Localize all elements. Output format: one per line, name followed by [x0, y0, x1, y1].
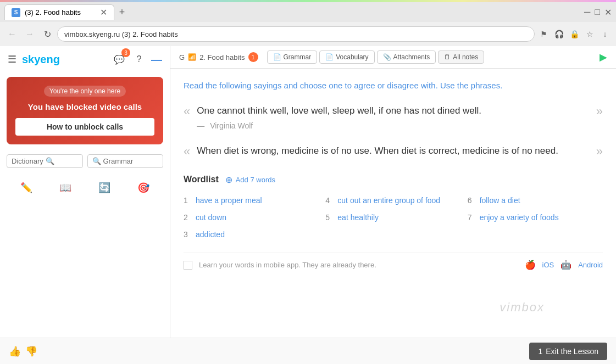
exit-lesson-label: Exit the Lesson	[546, 347, 598, 356]
restore-window-icon[interactable]: □	[595, 7, 600, 17]
word-text[interactable]: follow a diet	[480, 194, 520, 208]
all-notes-tab-label: All notes	[453, 53, 478, 61]
main-content: G 📶 2. Food habits 1 📄 Grammar 📄 Vocabul…	[170, 46, 616, 364]
skyeng-logo: skyeng	[22, 53, 60, 66]
quote-block-2: « When diet is wrong, medicine is of no …	[184, 143, 603, 161]
browser-tab[interactable]: S (3) 2. Food habits ✕	[4, 4, 114, 20]
thumbs-down-button[interactable]: 👎	[25, 345, 37, 357]
grammar-label: Grammar	[103, 157, 134, 165]
mobile-banner-text: Learn your words in mobile app. They are…	[199, 261, 376, 269]
all-notes-tab-icon: 🗒	[444, 53, 451, 61]
grammar-search-icon: 🔍	[92, 157, 101, 165]
tab-close-button[interactable]: ✕	[100, 8, 107, 17]
word-text[interactable]: cut down	[196, 211, 226, 225]
quote-text-2: When diet is wrong, medicine is of no us…	[197, 143, 590, 158]
quote-prev-button-2[interactable]: «	[184, 143, 190, 159]
chat-badge: 3	[121, 48, 130, 57]
tab-title: (3) 2. Food habits	[25, 8, 96, 16]
headphone-icon[interactable]: 🎧	[552, 27, 565, 41]
target-tool-icon[interactable]: 🎯	[134, 178, 153, 198]
sidebar-header-icons: 💬 3 ? —	[112, 52, 162, 67]
thumbs-up-button[interactable]: 👍	[9, 345, 21, 357]
add-words-button[interactable]: ⊕ Add 7 words	[225, 175, 275, 185]
lesson-badge: 1	[248, 52, 258, 62]
quote-prev-button-1[interactable]: «	[184, 103, 190, 119]
wordlist-grid: 1 have a proper meal 4 cut out an entire…	[184, 194, 603, 242]
browser-title-bar: S (3) 2. Food habits ✕ + ─ □ ✕	[0, 2, 616, 22]
forward-button[interactable]: →	[22, 26, 37, 42]
sidebar: ☰ skyeng 💬 3 ? — You're the only one her…	[0, 46, 170, 364]
breadcrumb-g: G	[179, 53, 185, 61]
wordlist-header: Wordlist ⊕ Add 7 words	[184, 175, 603, 185]
search-bars: Dictionary 🔍 🔍 Grammar	[0, 149, 170, 173]
grammar-tab-icon: 📄	[273, 53, 281, 61]
reload-button[interactable]: ↻	[40, 26, 55, 42]
address-bar[interactable]: vimbox.skyeng.ru (3) 2. Food habits	[57, 26, 535, 42]
vocabulary-tab-icon: 📄	[325, 53, 334, 61]
hamburger-icon[interactable]: ☰	[8, 53, 16, 65]
tab-attachments[interactable]: 📎 Attachments	[377, 51, 436, 64]
list-item: 7 enjoy a variety of foods	[468, 211, 603, 225]
dictionary-label: Dictionary	[12, 157, 43, 165]
bottom-bar: 👍 👎 1 Exit the Lesson	[0, 338, 616, 364]
browser-actions: ⚑ 🎧 🔒 ☆ ↓	[537, 27, 612, 41]
quote-next-button-2[interactable]: »	[596, 143, 603, 159]
word-num: 5	[325, 211, 334, 225]
android-link[interactable]: Android	[578, 261, 603, 269]
lesson-name: 2. Food habits	[199, 53, 245, 61]
word-text[interactable]: eat healthily	[337, 211, 379, 225]
mobile-banner-checkbox[interactable]	[184, 261, 192, 270]
star-icon[interactable]: ☆	[583, 27, 596, 41]
tab-favicon: S	[12, 8, 20, 17]
quote-content-2: When diet is wrong, medicine is of no us…	[197, 143, 590, 161]
refresh-tool-icon[interactable]: 🔄	[95, 178, 114, 198]
attachments-tab-label: Attachments	[393, 53, 430, 61]
tab-all-notes[interactable]: 🗒 All notes	[438, 51, 484, 64]
unblock-calls-button[interactable]: How to unblock calls	[15, 118, 154, 136]
word-num: 3	[184, 228, 192, 242]
word-text[interactable]: have a proper meal	[196, 194, 262, 208]
exit-lesson-badge: 1	[538, 347, 542, 356]
signal-strength-icon: 📶	[188, 53, 196, 61]
book-tool-icon[interactable]: 📖	[56, 178, 75, 198]
lesson-header-left: G 📶 2. Food habits 1	[179, 52, 258, 62]
lock-icon[interactable]: 🔒	[568, 27, 581, 41]
tab-vocabulary[interactable]: 📄 Vocabulary	[319, 51, 374, 64]
minimize-sidebar-button[interactable]: —	[151, 53, 162, 66]
sidebar-tools: ✏️ 📖 🔄 🎯	[0, 173, 170, 202]
add-words-label: Add 7 words	[236, 176, 275, 184]
minimize-window-icon[interactable]: ─	[584, 7, 590, 17]
vocabulary-tab-label: Vocabulary	[336, 53, 368, 61]
dictionary-search-icon: 🔍	[46, 157, 54, 165]
word-text[interactable]: addicted	[196, 228, 225, 242]
quote-author-1: — Virginia Wolf	[197, 121, 590, 130]
download-icon[interactable]: ↓	[598, 27, 612, 41]
word-text[interactable]: enjoy a variety of foods	[480, 211, 559, 225]
chat-icon-wrapper: 💬 3	[112, 52, 127, 67]
tab-grammar[interactable]: 📄 Grammar	[267, 51, 318, 64]
dictionary-search[interactable]: Dictionary 🔍	[7, 154, 83, 168]
new-tab-button[interactable]: +	[114, 4, 130, 20]
list-item: 6 follow a diet	[468, 194, 603, 208]
word-text[interactable]: cut out an entire group of food	[337, 194, 440, 208]
pen-tool-icon[interactable]: ✏️	[16, 178, 36, 198]
close-window-icon[interactable]: ✕	[604, 7, 612, 18]
flag-icon[interactable]: ⚑	[537, 27, 550, 41]
grammar-tab-label: Grammar	[284, 53, 312, 61]
main-layout: ☰ skyeng 💬 3 ? — You're the only one her…	[0, 46, 616, 364]
video-blocked-card: You're the only one here You have blocke…	[7, 77, 163, 144]
ios-link[interactable]: iOS	[542, 261, 554, 269]
blocked-video-title: You have blocked video calls	[15, 102, 154, 111]
grammar-search[interactable]: 🔍 Grammar	[87, 154, 164, 168]
help-icon[interactable]: ?	[131, 52, 147, 67]
wordlist-section: Wordlist ⊕ Add 7 words 1 have a proper m…	[184, 175, 603, 242]
sidebar-header: ☰ skyeng 💬 3 ? —	[0, 46, 170, 72]
logo-text: skyeng	[22, 53, 60, 66]
add-words-icon: ⊕	[225, 175, 232, 185]
quote-next-button-1[interactable]: »	[596, 103, 603, 119]
cursor-icon: ▶	[600, 51, 607, 63]
exit-lesson-button[interactable]: 1 Exit the Lesson	[529, 343, 607, 360]
back-button[interactable]: ←	[4, 26, 20, 42]
attachments-tab-icon: 📎	[383, 53, 391, 61]
instruction-text: Read the following sayings and choose on…	[184, 80, 603, 92]
